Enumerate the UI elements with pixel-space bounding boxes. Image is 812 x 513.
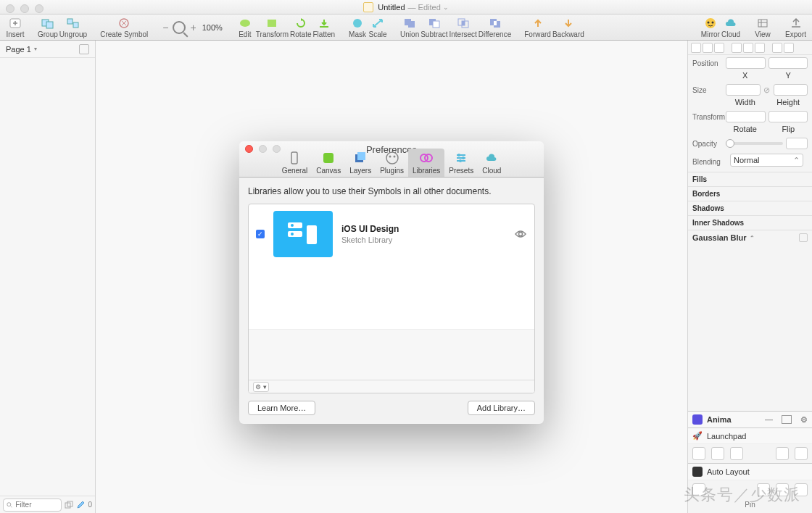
svg-rect-3 [67, 19, 72, 24]
mask-button[interactable]: Mask [348, 17, 367, 38]
prefs-body: Libraries allow you to use their Symbols… [239, 178, 544, 424]
group-button[interactable]: Group [38, 17, 58, 38]
distribute-h-icon[interactable] [772, 43, 782, 53]
add-library-button[interactable]: Add Library… [468, 401, 535, 415]
filter-field[interactable] [3, 499, 62, 512]
align-hcenter-icon[interactable] [703, 43, 713, 53]
zoom-out-button[interactable]: − [161, 22, 170, 33]
tab-general[interactable]: General [278, 149, 312, 177]
rotate-button[interactable]: Rotate [290, 17, 311, 38]
lp-btn-4[interactable] [776, 447, 789, 460]
zoom-dot[interactable] [35, 4, 44, 13]
svg-point-8 [353, 19, 362, 28]
minimize-dot[interactable] [20, 4, 29, 13]
filter-input[interactable] [15, 501, 58, 509]
zoom-in-button[interactable]: + [188, 22, 197, 33]
learn-more-button[interactable]: Learn More… [248, 401, 315, 415]
size-label: Size [692, 86, 723, 94]
intersect-button[interactable]: Intersect [449, 17, 476, 38]
fills-section[interactable]: Fills [688, 172, 812, 186]
svg-point-35 [457, 154, 460, 157]
libraries-list: ✓ iOS UI Design Sketch Library ⚙ ▾ [248, 204, 535, 393]
magnifier-icon[interactable] [173, 21, 186, 34]
lock-icon[interactable]: ⊘ [763, 86, 771, 95]
distribute-v-icon[interactable] [784, 43, 794, 53]
svg-point-19 [705, 18, 716, 28]
union-button[interactable]: Union [400, 17, 419, 38]
tab-canvas[interactable]: Canvas [312, 149, 345, 177]
minimize-icon[interactable]: — [765, 415, 773, 424]
opacity-slider[interactable] [726, 142, 783, 145]
transform-button[interactable]: Transform [256, 17, 289, 38]
lp-btn-3[interactable] [730, 447, 743, 460]
cloud-button[interactable]: Cloud [721, 17, 740, 38]
insert-button[interactable]: Insert [6, 17, 25, 38]
align-right-icon[interactable] [714, 43, 724, 53]
shadows-section[interactable]: Shadows [688, 201, 812, 215]
duplicate-icon[interactable] [65, 501, 73, 509]
pencil-icon[interactable] [76, 501, 85, 509]
anima-plugin-header[interactable]: Anima—⚙ [688, 411, 812, 428]
blur-checkbox[interactable] [799, 233, 808, 242]
align-top-icon[interactable] [732, 43, 742, 53]
tab-libraries[interactable]: Libraries [408, 149, 444, 177]
zoom-control: − + 100% [161, 21, 223, 34]
blur-section[interactable]: Gaussian Blur⌃ [688, 230, 812, 245]
tab-cloud[interactable]: Cloud [478, 149, 505, 177]
difference-button[interactable]: Difference [478, 17, 511, 38]
transform-label: Transform [692, 113, 723, 121]
launchpad-section[interactable]: 🚀Launchpad [688, 428, 812, 443]
align-bottom-icon[interactable] [755, 43, 765, 53]
svg-rect-15 [462, 21, 465, 25]
position-y-input[interactable] [768, 57, 808, 69]
page-selector[interactable]: Page 1 ▾ [0, 41, 95, 58]
library-row[interactable]: ✓ iOS UI Design Sketch Library [249, 204, 534, 264]
create-symbol-button[interactable]: Create Symbol [100, 17, 148, 38]
layer-count: 0 [88, 501, 92, 509]
rotate-sublabel: Rotate [726, 125, 765, 133]
forward-button[interactable]: Forward [524, 17, 551, 38]
height-input[interactable] [774, 84, 808, 96]
layers-panel: Page 1 ▾ 0 [0, 41, 96, 513]
view-button[interactable]: View [753, 17, 772, 38]
svg-point-42 [291, 233, 294, 235]
layer-tree[interactable] [0, 58, 95, 496]
scale-button[interactable]: Scale [368, 17, 387, 38]
opacity-input[interactable] [786, 138, 808, 149]
lp-btn-2[interactable] [711, 447, 724, 460]
backward-button[interactable]: Backward [552, 17, 584, 38]
tab-presets[interactable]: Presets [444, 149, 478, 177]
borders-section[interactable]: Borders [688, 186, 812, 201]
tab-plugins[interactable]: Plugins [376, 149, 408, 177]
edit-button[interactable]: Edit [236, 17, 254, 38]
svg-rect-4 [73, 22, 78, 28]
collapse-icon[interactable] [782, 415, 792, 424]
lp-btn-1[interactable] [692, 447, 705, 460]
rotate-input[interactable] [726, 111, 766, 122]
tab-layers[interactable]: Layers [345, 149, 376, 177]
flip-controls[interactable] [768, 111, 808, 122]
mirror-button[interactable]: Mirror [701, 17, 720, 38]
flatten-button[interactable]: Flatten [312, 17, 335, 38]
lp-btn-5[interactable] [795, 447, 808, 460]
svg-point-37 [459, 159, 462, 162]
preview-icon[interactable] [514, 228, 527, 241]
svg-point-43 [519, 233, 523, 236]
auto-layout-section[interactable]: Auto Layout [688, 463, 812, 480]
inner-shadows-section[interactable]: Inner Shadows [688, 215, 812, 230]
artboard-icon[interactable] [79, 44, 89, 54]
library-options-button[interactable]: ⚙ ▾ [253, 382, 269, 392]
align-vcenter-icon[interactable] [743, 43, 753, 53]
width-input[interactable] [726, 84, 761, 96]
close-dot[interactable] [6, 4, 14, 13]
align-left-icon[interactable] [691, 43, 701, 53]
export-button[interactable]: Export [785, 17, 806, 38]
title-chevron-icon[interactable]: ⌄ [443, 4, 449, 11]
position-x-input[interactable] [726, 57, 766, 69]
ungroup-button[interactable]: Ungroup [59, 17, 87, 38]
library-checkbox[interactable]: ✓ [256, 230, 265, 238]
gear-icon[interactable]: ⚙ [800, 415, 808, 425]
svg-rect-39 [288, 231, 302, 237]
blend-mode-select[interactable]: Normal⌃ [730, 154, 803, 167]
subtract-button[interactable]: Subtract [420, 17, 447, 38]
